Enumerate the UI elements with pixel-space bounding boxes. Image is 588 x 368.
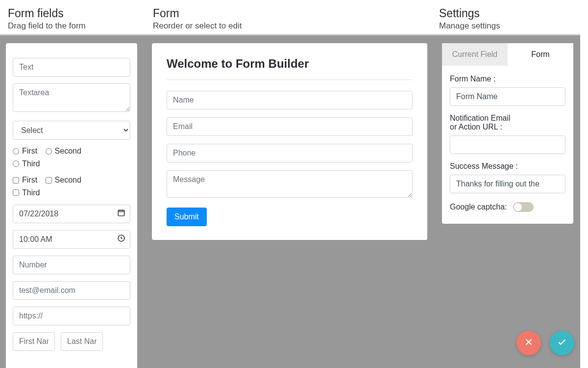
palette-select[interactable]: Select bbox=[13, 121, 130, 140]
form-name-input[interactable] bbox=[167, 91, 413, 109]
palette-email[interactable] bbox=[13, 281, 130, 300]
palette-date[interactable] bbox=[13, 205, 130, 223]
success-message-label: Success Message : bbox=[450, 162, 565, 171]
fab-row bbox=[516, 331, 574, 355]
form-field-name[interactable] bbox=[167, 91, 413, 109]
success-message-input[interactable] bbox=[450, 175, 565, 193]
cancel-button[interactable] bbox=[516, 331, 541, 355]
header-title-fields: Form fields bbox=[8, 7, 149, 20]
body-area: Select First Second Third First Second T… bbox=[0, 35, 580, 368]
palette-time[interactable] bbox=[13, 230, 130, 249]
header-title-form: Form bbox=[153, 7, 435, 20]
palette-radio-third[interactable]: Third bbox=[13, 159, 40, 168]
header-sub-form: Reorder or select to edit bbox=[153, 21, 435, 31]
palette-url-input[interactable] bbox=[13, 307, 130, 325]
palette-check-second[interactable]: Second bbox=[46, 176, 81, 184]
header-col-form: Form Reorder or select to edit bbox=[151, 7, 437, 31]
form-divider bbox=[167, 79, 413, 80]
notification-label-line2: or Action URL : bbox=[450, 123, 502, 131]
palette-check-first[interactable]: First bbox=[13, 176, 37, 184]
submit-button[interactable]: Submit bbox=[167, 208, 207, 226]
notification-input[interactable] bbox=[450, 135, 565, 154]
form-field-message[interactable] bbox=[167, 170, 413, 200]
field-palette-panel: Select First Second Third First Second T… bbox=[6, 43, 137, 368]
check-second-label: Second bbox=[55, 176, 81, 184]
form-email-input[interactable] bbox=[167, 117, 413, 136]
palette-email-input[interactable] bbox=[13, 281, 130, 300]
check-third-input[interactable] bbox=[13, 189, 19, 196]
tab-form[interactable]: Form bbox=[508, 43, 573, 66]
settings-tabs: Current Field Form bbox=[442, 43, 573, 66]
tab-current-field[interactable]: Current Field bbox=[442, 43, 508, 66]
close-icon bbox=[523, 337, 534, 349]
palette-name-row[interactable] bbox=[13, 332, 130, 351]
header-title-settings: Settings bbox=[439, 7, 572, 20]
radio-first-input[interactable] bbox=[13, 148, 19, 155]
palette-radio-second[interactable]: Second bbox=[46, 147, 81, 156]
header-col-settings: Settings Manage settings bbox=[437, 7, 574, 31]
palette-url[interactable] bbox=[13, 307, 130, 325]
header-bar: Form fields Drag field to the form Form … bbox=[0, 0, 580, 35]
check-first-input[interactable] bbox=[13, 177, 19, 184]
palette-lastname-input[interactable] bbox=[61, 332, 103, 351]
radio-third-label: Third bbox=[22, 159, 40, 168]
check-first-label: First bbox=[22, 176, 37, 184]
form-name-setting-input[interactable] bbox=[450, 87, 565, 106]
header-col-fields: Form fields Drag field to the form bbox=[6, 7, 151, 31]
notification-label: Notification Email or Action URL : bbox=[450, 114, 565, 131]
palette-number[interactable] bbox=[13, 256, 130, 274]
captcha-toggle[interactable] bbox=[513, 202, 534, 212]
palette-text[interactable] bbox=[13, 58, 130, 77]
settings-body: Form Name : Notification Email or Action… bbox=[442, 66, 573, 224]
captcha-label: Google captcha: bbox=[450, 203, 507, 211]
palette-radio-first[interactable]: First bbox=[13, 147, 37, 156]
header-sub-fields: Drag field to the form bbox=[8, 21, 149, 31]
form-message-input[interactable] bbox=[167, 170, 413, 198]
palette-textarea[interactable] bbox=[13, 83, 130, 114]
palette-radio-group[interactable]: First Second Third bbox=[13, 147, 130, 169]
settings-panel: Current Field Form Form Name : Notificat… bbox=[442, 43, 573, 224]
notification-label-line1: Notification Email bbox=[450, 114, 511, 122]
radio-second-input[interactable] bbox=[46, 148, 52, 155]
captcha-row: Google captcha: bbox=[450, 202, 565, 212]
radio-second-label: Second bbox=[55, 147, 81, 156]
palette-time-input[interactable] bbox=[13, 230, 130, 249]
palette-firstname-input[interactable] bbox=[13, 332, 55, 351]
check-icon bbox=[557, 337, 567, 349]
check-third-label: Third bbox=[22, 188, 40, 197]
radio-third-input[interactable] bbox=[13, 160, 19, 167]
palette-select-input[interactable]: Select bbox=[13, 121, 130, 140]
palette-check-third[interactable]: Third bbox=[13, 188, 40, 197]
check-second-input[interactable] bbox=[46, 177, 52, 184]
palette-checkbox-group[interactable]: First Second Third bbox=[13, 176, 130, 198]
radio-first-label: First bbox=[22, 147, 37, 156]
app-root: Form fields Drag field to the form Form … bbox=[0, 0, 580, 368]
form-name-label: Form Name : bbox=[450, 75, 565, 83]
confirm-button[interactable] bbox=[550, 331, 574, 355]
palette-number-input[interactable] bbox=[13, 256, 130, 274]
header-sub-settings: Manage settings bbox=[439, 21, 572, 31]
palette-textarea-input[interactable] bbox=[13, 83, 130, 112]
form-preview-panel: Welcome to Form Builder Submit bbox=[152, 43, 427, 240]
palette-text-input[interactable] bbox=[13, 58, 130, 77]
form-field-phone[interactable] bbox=[167, 144, 413, 162]
form-title: Welcome to Form Builder bbox=[167, 57, 413, 71]
form-phone-input[interactable] bbox=[167, 144, 413, 162]
form-field-email[interactable] bbox=[167, 117, 413, 136]
palette-date-input[interactable] bbox=[13, 205, 130, 223]
